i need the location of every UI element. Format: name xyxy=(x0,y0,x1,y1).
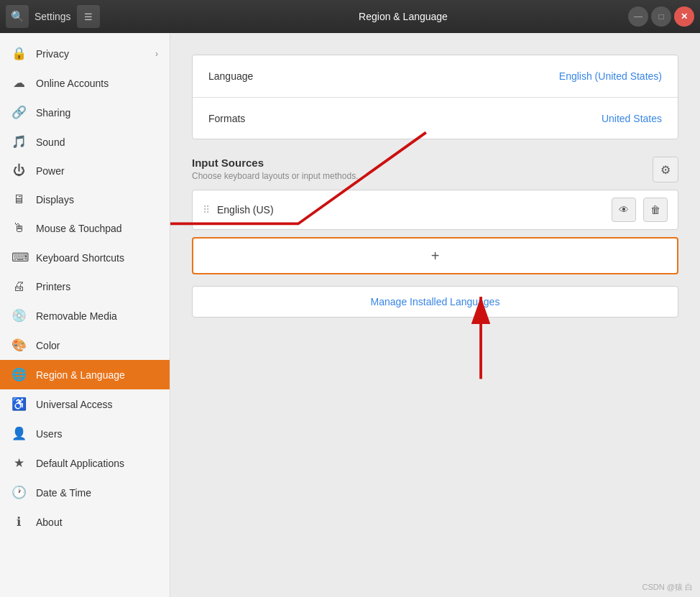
sharing-label: Sharing xyxy=(36,107,158,119)
input-sources-gear-button[interactable]: ⚙ xyxy=(653,157,678,182)
sidebar-item-color[interactable]: 🎨Color xyxy=(0,330,170,360)
sound-icon: 🎵 xyxy=(11,134,26,149)
privacy-icon: 🔒 xyxy=(11,46,26,61)
input-sources-subtitle: Choose keyboard layouts or input methods… xyxy=(192,171,358,181)
sidebar-item-sharing[interactable]: 🔗Sharing xyxy=(0,98,170,127)
sidebar-item-sound[interactable]: 🎵Sound xyxy=(0,127,170,157)
sidebar-item-power[interactable]: ⏻Power xyxy=(0,157,170,185)
gear-icon: ⚙ xyxy=(660,163,671,177)
input-sources-list: ⠿ English (US) 👁 🗑 xyxy=(192,190,678,230)
english-us-row: ⠿ English (US) 👁 🗑 xyxy=(193,190,678,229)
sidebar: 🔒Privacy›☁Online Accounts🔗Sharing🎵Sound⏻… xyxy=(0,33,170,597)
about-icon: ℹ xyxy=(11,514,26,529)
keyboard-shortcuts-label: Keyboard Shortcuts xyxy=(36,252,158,264)
eye-icon: 👁 xyxy=(619,204,629,216)
titlebar-left: 🔍 Settings ☰ xyxy=(6,5,178,28)
sidebar-item-keyboard-shortcuts[interactable]: ⌨Keyboard Shortcuts xyxy=(0,243,170,272)
sidebar-item-printers[interactable]: 🖨Printers xyxy=(0,272,170,301)
sidebar-item-users[interactable]: 👤Users xyxy=(0,419,170,448)
language-formats-card: Language English (United States) Formats… xyxy=(192,55,678,139)
mouse-touchpad-icon: 🖱 xyxy=(11,221,26,236)
online-accounts-label: Online Accounts xyxy=(36,78,158,89)
sidebar-item-online-accounts[interactable]: ☁Online Accounts xyxy=(0,68,170,98)
region-language-icon: 🌐 xyxy=(11,367,26,382)
privacy-label: Privacy xyxy=(36,48,145,60)
manage-languages-label: Manage Installed Languages xyxy=(371,296,500,307)
page-title: Region & Language xyxy=(178,11,628,22)
date-time-label: Date & Time xyxy=(36,487,158,499)
sidebar-item-mouse-touchpad[interactable]: 🖱Mouse & Touchpad xyxy=(0,214,170,243)
manage-languages-button[interactable]: Manage Installed Languages xyxy=(192,286,678,318)
menu-button[interactable]: ☰ xyxy=(77,5,100,28)
input-sources-header: Input Sources Choose keyboard layouts or… xyxy=(192,157,678,182)
main-layout: 🔒Privacy›☁Online Accounts🔗Sharing🎵Sound⏻… xyxy=(0,33,700,597)
maximize-button[interactable]: □ xyxy=(651,6,671,27)
removable-media-label: Removable Media xyxy=(36,310,158,322)
add-icon: + xyxy=(431,248,440,264)
color-label: Color xyxy=(36,340,158,351)
printers-icon: 🖨 xyxy=(11,279,26,294)
universal-access-label: Universal Access xyxy=(36,399,158,410)
minimize-button[interactable]: — xyxy=(628,6,648,27)
content-area: Language English (United States) Formats… xyxy=(170,33,700,597)
color-icon: 🎨 xyxy=(11,338,26,353)
language-row[interactable]: Language English (United States) xyxy=(193,55,678,97)
sidebar-item-date-time[interactable]: 🕐Date & Time xyxy=(0,478,170,507)
input-sources-title-group: Input Sources Choose keyboard layouts or… xyxy=(192,157,358,181)
power-label: Power xyxy=(36,165,158,177)
sidebar-item-about[interactable]: ℹAbout xyxy=(0,507,170,537)
menu-icon: ☰ xyxy=(84,11,93,22)
removable-media-icon: 💿 xyxy=(11,308,26,323)
preview-input-button[interactable]: 👁 xyxy=(612,198,636,222)
language-label: Language xyxy=(208,70,559,82)
about-label: About xyxy=(36,517,158,528)
universal-access-icon: ♿ xyxy=(11,397,26,412)
printers-label: Printers xyxy=(36,281,158,292)
window-controls: — □ ✕ xyxy=(628,6,694,27)
date-time-icon: 🕐 xyxy=(11,485,26,500)
sidebar-item-region-language[interactable]: 🌐Region & Language xyxy=(0,360,170,389)
language-value: English (United States) xyxy=(559,70,662,82)
sidebar-item-universal-access[interactable]: ♿Universal Access xyxy=(0,389,170,419)
input-sources-title: Input Sources xyxy=(192,157,358,169)
default-applications-label: Default Applications xyxy=(36,458,158,469)
displays-label: Displays xyxy=(36,194,158,205)
sidebar-item-privacy[interactable]: 🔒Privacy› xyxy=(0,39,170,68)
users-label: Users xyxy=(36,428,158,440)
sharing-icon: 🔗 xyxy=(11,105,26,120)
trash-icon: 🗑 xyxy=(650,204,660,216)
formats-row[interactable]: Formats United States xyxy=(193,97,678,139)
online-accounts-icon: ☁ xyxy=(11,75,26,91)
power-icon: ⏻ xyxy=(11,164,26,178)
mouse-touchpad-label: Mouse & Touchpad xyxy=(36,223,158,234)
english-us-label: English (US) xyxy=(217,204,604,216)
region-language-label: Region & Language xyxy=(36,369,158,381)
app-title: Settings xyxy=(34,11,71,22)
search-icon: 🔍 xyxy=(11,10,24,23)
sidebar-item-default-applications[interactable]: ★Default Applications xyxy=(0,448,170,478)
default-applications-icon: ★ xyxy=(11,455,26,471)
watermark: CSDN @猿 白 xyxy=(643,582,693,593)
formats-value: United States xyxy=(602,113,662,124)
users-icon: 👤 xyxy=(11,426,26,441)
close-button[interactable]: ✕ xyxy=(674,6,694,27)
titlebar: 🔍 Settings ☰ Region & Language — □ ✕ xyxy=(0,0,700,33)
remove-input-button[interactable]: 🗑 xyxy=(643,198,668,222)
sidebar-item-displays[interactable]: 🖥Displays xyxy=(0,185,170,214)
privacy-arrow-icon: › xyxy=(155,49,158,59)
formats-label: Formats xyxy=(208,113,602,124)
sound-label: Sound xyxy=(36,136,158,148)
keyboard-shortcuts-icon: ⌨ xyxy=(11,250,26,265)
add-input-source-button[interactable]: + xyxy=(192,237,678,274)
search-button[interactable]: 🔍 xyxy=(6,5,29,28)
drag-handle-icon: ⠿ xyxy=(203,204,210,216)
displays-icon: 🖥 xyxy=(11,193,26,207)
sidebar-item-removable-media[interactable]: 💿Removable Media xyxy=(0,301,170,330)
